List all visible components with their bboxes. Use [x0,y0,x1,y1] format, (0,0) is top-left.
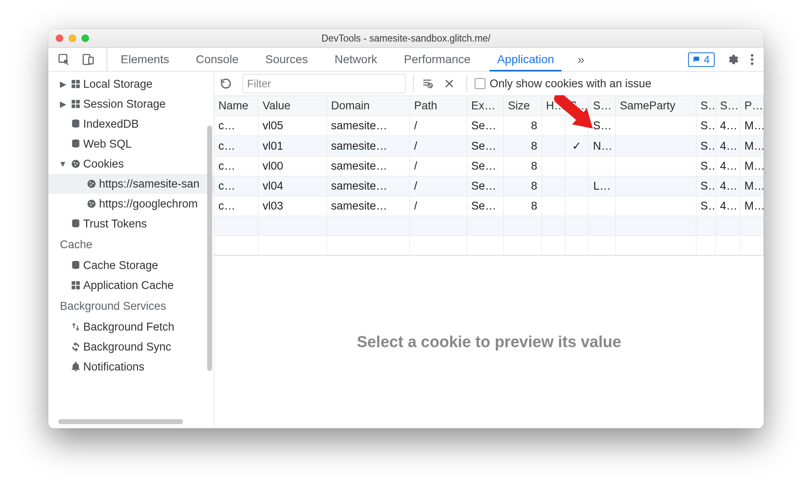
col-name[interactable]: Name [214,96,258,116]
tab-sources[interactable]: Sources [252,48,321,71]
scrollbar-horizontal[interactable] [58,419,183,424]
col-secure[interactable]: S… [565,96,588,116]
svg-rect-12 [72,104,75,108]
table-cell [615,216,696,236]
table-cell: Se… [467,136,503,156]
col-sameparty[interactable]: SameParty [615,96,696,116]
svg-point-18 [77,163,78,164]
table-cell [715,216,740,236]
tab-elements[interactable]: Elements [107,48,183,71]
table-row[interactable]: c…vl04samesite…/Se…8L…S..4…M… [214,176,764,196]
tab-network[interactable]: Network [321,48,391,71]
col-samesite[interactable]: S… [589,96,616,116]
tab-application[interactable]: Application [484,48,567,71]
refresh-button[interactable] [220,78,235,89]
table-cell: 4… [715,176,740,196]
sidebar-item-label: Cookies [83,158,124,170]
table-cell: ✓ [565,136,588,156]
more-menu-icon[interactable] [750,53,754,66]
table-cell [615,156,696,176]
table-cell: S.. [696,196,715,216]
clear-all-button[interactable] [444,78,459,89]
scrollbar-vertical[interactable] [207,126,212,371]
table-cell: samesite… [327,196,410,216]
table-row[interactable]: c…vl03samesite…/Se…8S..4…M… [214,196,764,216]
table-cell: / [410,116,467,136]
sidebar-item-indexeddb[interactable]: IndexedDB [48,114,214,134]
svg-rect-7 [76,80,80,84]
col-s3[interactable]: S.. [696,96,715,116]
filter-input[interactable]: Filter [243,74,406,93]
sidebar-item-trust-tokens[interactable]: Trust Tokens [48,214,214,234]
cookies-toolbar: Filter Only show cookies with an issue [214,72,764,96]
col-expires[interactable]: Ex… [467,96,503,116]
table-cell: vl03 [258,196,327,216]
svg-rect-11 [76,100,80,104]
sidebar-item-session-storage[interactable]: ▶ Session Storage [48,94,214,114]
only-issues-checkbox[interactable]: Only show cookies with an issue [475,77,651,90]
col-size[interactable]: Size [503,96,542,116]
svg-rect-33 [76,286,80,289]
svg-point-4 [751,58,753,61]
sidebar-item-cookie-origin-samesite[interactable]: https://samesite-san [48,174,214,194]
table-cell [615,236,696,255]
table-cell: 4… [715,136,740,156]
col-s4[interactable]: S… [715,96,740,116]
col-httponly[interactable]: H… [542,96,565,116]
col-path[interactable]: Path [410,96,467,116]
col-priority[interactable]: P… [740,96,763,116]
table-cell: S.. [696,116,715,136]
table-row [214,216,764,236]
svg-rect-31 [76,281,80,285]
table-row[interactable]: c…vl00samesite…/Se…8S..4…M… [214,156,764,176]
sidebar-item-label: Trust Tokens [83,217,147,230]
table-cell: vl00 [258,156,327,176]
settings-icon[interactable] [726,53,739,66]
sidebar-item-cache-storage[interactable]: Cache Storage [48,255,214,275]
col-value[interactable]: Value [258,96,327,116]
table-cell [258,236,327,255]
svg-point-21 [89,182,91,183]
sidebar-item-cookie-origin-googlechrome[interactable]: https://googlechrom [48,194,214,214]
svg-point-23 [90,185,92,186]
table-cell: samesite… [327,116,410,136]
table-cell: M… [740,136,763,156]
table-cell: 4… [715,156,740,176]
table-cell [327,216,410,236]
sidebar-item-application-cache[interactable]: Application Cache [48,275,214,295]
table-cell: S.. [696,156,715,176]
sidebar-item-local-storage[interactable]: ▶ Local Storage [48,74,214,94]
svg-rect-30 [72,281,75,285]
table-cell [327,236,410,255]
table-row[interactable]: c…vl05samesite…/Se…8S…S..4…M… [214,116,764,136]
clear-filtered-button[interactable] [421,78,436,89]
database-icon [68,218,83,229]
tab-console[interactable]: Console [183,48,252,71]
sidebar-item-notifications[interactable]: Notifications [48,357,214,377]
svg-rect-13 [76,104,80,108]
sidebar-item-background-fetch[interactable]: Background Fetch [48,317,214,337]
device-toolbar-icon[interactable] [82,53,95,66]
table-cell: Se… [467,176,503,196]
table-row[interactable]: c…vl01samesite…/Se…8✓N…S..4…M… [214,136,764,156]
tab-performance[interactable]: Performance [391,48,484,71]
cookie-icon [84,198,99,209]
svg-point-26 [92,203,94,204]
more-tabs-icon[interactable]: » [567,48,594,71]
sidebar-item-background-sync[interactable]: Background Sync [48,337,214,357]
checkbox-icon [475,78,485,89]
table-cell: 4… [715,116,740,136]
issues-button[interactable]: 4 [688,52,715,67]
table-cell [589,216,616,236]
sidebar-item-label: Notifications [83,361,144,373]
table-cell [740,236,763,255]
inspect-icon[interactable] [57,53,71,66]
issues-icon [692,55,701,64]
table-cell [589,156,616,176]
sidebar-item-websql[interactable]: Web SQL [48,134,214,154]
table-cell [565,236,588,255]
table-cell: c… [214,176,258,196]
sidebar-item-cookies[interactable]: ▼ Cookies [48,154,214,174]
col-domain[interactable]: Domain [327,96,410,116]
table-cell: c… [214,136,258,156]
